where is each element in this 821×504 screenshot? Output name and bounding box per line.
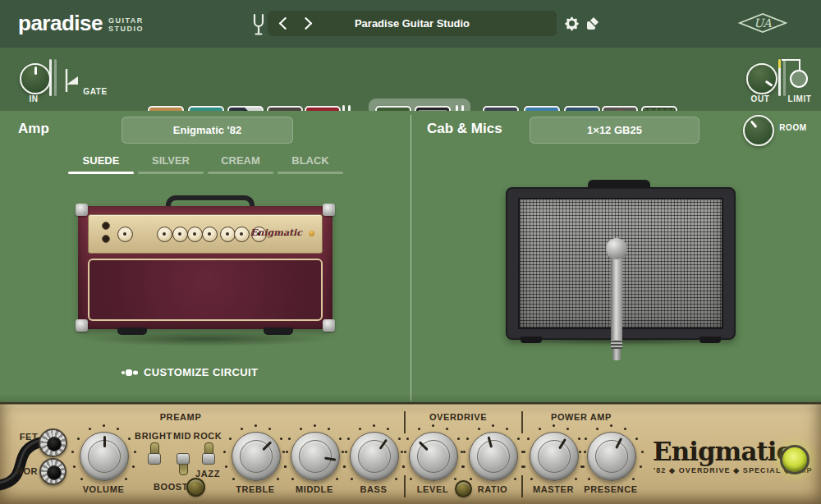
limiter-toggle[interactable] <box>790 70 808 88</box>
universal-audio-logo: UA <box>737 11 788 34</box>
tab-suede[interactable]: SUEDE <box>68 154 134 167</box>
input-label: IN <box>23 94 44 103</box>
amp-head-image: Enigmatic <box>78 195 333 343</box>
microphone-connector <box>612 349 621 360</box>
nor-input-label: NOR <box>13 466 41 476</box>
gate-label: GATE <box>79 87 112 96</box>
cab-model-selector[interactable]: 1×12 GB25 <box>530 117 699 144</box>
amp-corner-cap <box>323 319 335 332</box>
signal-chain-row: IN GATE Enigma <box>0 48 821 112</box>
amp-face-knob-treble <box>157 227 172 242</box>
circuit-component-icon <box>122 368 138 378</box>
boost-button[interactable] <box>186 478 205 497</box>
amp-face-jack-1 <box>102 222 110 230</box>
amp-corner-cap <box>323 204 335 216</box>
poweramp-section-label: POWER AMP <box>544 412 618 422</box>
amp-model-name: Enigmatic '82 <box>173 124 241 136</box>
enigmatic-logo: Enigmatic <box>653 437 791 466</box>
amp-corner-cap <box>76 204 88 216</box>
brand-sub-guitar: GUITAR <box>108 16 144 25</box>
gear-icon[interactable] <box>563 15 580 32</box>
overdrive-section-label: OVERDRIVE <box>425 412 491 422</box>
volume-knob[interactable]: VOLUME <box>67 430 140 504</box>
room-label: ROOM <box>775 123 811 132</box>
cab-model-name: 1×12 GB25 <box>587 124 642 136</box>
amp-corner-cap <box>76 319 88 332</box>
boost-button-label: BOOST <box>153 482 189 492</box>
amp-suede-front <box>88 259 323 321</box>
title-bar: paradise GUITAR STUDIO Paradise Guitar S… <box>0 0 821 48</box>
brand-name: paradise <box>18 11 103 36</box>
paradise-guitar-studio-app: paradise GUITAR STUDIO Paradise Guitar S… <box>0 0 821 504</box>
amp-face-pilot-light <box>309 231 314 236</box>
cab-section-header: Cab & Mics <box>427 121 502 137</box>
customize-circuit-label: CUSTOMIZE CIRCUIT <box>144 366 258 378</box>
amp-section-header: Amp <box>18 121 49 137</box>
amp-foot <box>264 328 293 335</box>
fet-input-jack[interactable] <box>39 428 67 457</box>
gate-icon[interactable] <box>64 67 80 94</box>
amp-face-knob-level <box>202 227 218 242</box>
amp-face-knob-master <box>234 227 250 242</box>
input-meter <box>49 59 52 96</box>
amp-body: Enigmatic <box>78 206 333 329</box>
mid-toggle[interactable] <box>173 443 191 473</box>
preset-name[interactable]: Paradise Guitar Studio <box>268 17 557 30</box>
amp-face-jack-2 <box>102 235 110 243</box>
panel-divider <box>410 115 411 401</box>
app-logo: paradise GUITAR STUDIO <box>18 11 144 36</box>
pencil-edit-icon[interactable] <box>585 16 601 31</box>
amp-foot <box>117 328 147 335</box>
cab-foot <box>699 337 721 343</box>
presence-knob[interactable]: PRESENCE <box>574 430 648 504</box>
cab-foot <box>521 337 542 343</box>
tab-silver[interactable]: SILVER <box>138 154 204 167</box>
ua-letters: UA <box>754 16 772 30</box>
tab-cream[interactable]: CREAM <box>208 154 273 167</box>
output-label: OUT <box>745 94 775 103</box>
input-gain-knob[interactable] <box>20 63 51 94</box>
amp-model-selector[interactable]: Enigmatic '82 <box>122 117 293 144</box>
tuning-fork-icon[interactable] <box>251 13 266 36</box>
bright-toggle[interactable] <box>144 443 163 473</box>
output-gain-knob[interactable] <box>746 63 777 94</box>
room-knob[interactable] <box>743 115 774 146</box>
output-meter <box>778 59 781 96</box>
amp-face-knob-volume <box>117 227 133 242</box>
brand-sub-studio: STUDIO <box>108 25 144 33</box>
limit-label: LIMIT <box>782 94 818 103</box>
customize-circuit-button[interactable]: CUSTOMIZE CIRCUIT <box>122 366 258 378</box>
preset-bar[interactable]: Paradise Guitar Studio <box>268 11 557 36</box>
amp-face-knob-bass <box>187 227 203 242</box>
amp-face-logo: Enigmatic <box>250 227 302 238</box>
preamp-section-label: PREAMP <box>148 412 213 422</box>
tab-black[interactable]: BLACK <box>277 154 343 167</box>
power-led <box>780 445 810 474</box>
nor-input-jack[interactable] <box>39 458 67 485</box>
amp-control-panel-face: Enigmatic <box>88 214 323 254</box>
microphone-knurl-ring <box>611 340 622 349</box>
microphone-capsule <box>606 238 627 259</box>
amp-face-knob-middle <box>172 227 188 242</box>
input-meter-right <box>54 59 57 96</box>
cab-image <box>506 179 732 343</box>
microphone-body <box>611 256 622 348</box>
